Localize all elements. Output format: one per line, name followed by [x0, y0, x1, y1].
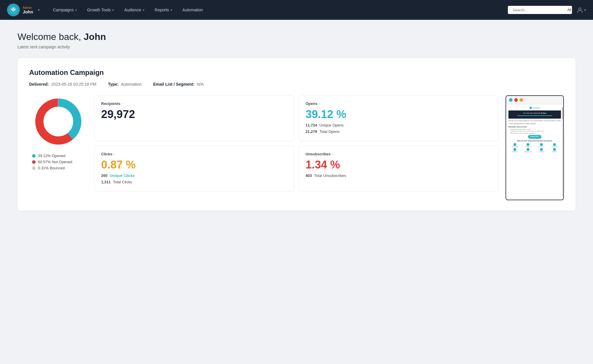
feature-label-2: Automations: [526, 146, 531, 147]
feature-label-8: Integrations: [552, 151, 557, 152]
email-preview-content: moosend Your free trial expires in 15 da…: [506, 104, 563, 200]
feature-custom-reports: Custom Reports: [535, 148, 548, 152]
email-preview: moosend Your free trial expires in 15 da…: [506, 95, 564, 200]
not-opened-label: 60.57% Not Opened: [38, 160, 72, 164]
donut-chart: [32, 95, 85, 148]
email-preview-titlebar: [506, 96, 563, 104]
recipients-value: 29,972: [101, 109, 287, 120]
feature-landing-pages: Landing Pages: [508, 148, 521, 152]
email-logo-area: moosend: [508, 107, 561, 109]
opens-label: Opens: [306, 101, 317, 106]
reports-chevron-icon: ▾: [171, 8, 172, 12]
email-logo-text: moosend: [532, 107, 540, 109]
email-body-text-2: To keep using Moosend you'll need to upg…: [508, 123, 561, 125]
stat-boxes: Recipients › 29,972 Opens › 39.12 % 11,7…: [94, 95, 499, 191]
email-logo: moosend: [529, 107, 540, 109]
campaign-meta: Delivered: 2023-05-18 03:25:18 PM Type: …: [29, 82, 564, 87]
email-bullet-1: • Segmenting your list for better result…: [510, 129, 561, 130]
feature-icon-7: [540, 148, 543, 151]
stat-box-clicks: Clicks › 0.87 % 260 Unique Clicks 1,311 …: [94, 146, 294, 191]
email-section-title: Meanwhile, have you tried:: [508, 126, 561, 128]
feature-label-7: Custom Reports: [538, 151, 545, 152]
campaign-delivered: Delivered: 2023-05-18 03:25:18 PM: [29, 82, 96, 87]
email-features-grid: Email Templates Automations Product Reco…: [508, 143, 561, 152]
nav-item-reports[interactable]: Reports ▾: [150, 5, 177, 15]
clicks-label: Clicks: [101, 152, 112, 156]
opened-dot: [32, 154, 36, 158]
feature-label-3: Product Recom...: [538, 146, 545, 147]
feature-label-1: Email Templates: [512, 146, 518, 147]
svg-point-9: [44, 107, 73, 136]
welcome-greeting: Welcome back,: [17, 31, 81, 42]
email-bullet-3: • A/B testing your content for greater e…: [510, 132, 561, 134]
nav-logo[interactable]: Admin John ▾: [7, 3, 40, 16]
delivered-value: 2023-05-18 03:25:18 PM: [51, 82, 97, 87]
feature-automations: Automations: [522, 143, 535, 147]
nav-admin-label: Admin: [23, 6, 33, 9]
search-input[interactable]: [513, 8, 562, 12]
opens-percentage: 39.12 %: [306, 109, 492, 120]
clicks-chevron-icon: ›: [113, 152, 115, 156]
user-icon: [577, 7, 583, 13]
feature-label-5: Landing Pages: [512, 151, 518, 152]
feature-label-4: Ecommerce AI: [552, 146, 557, 147]
opens-total-value: 21,279: [306, 129, 317, 134]
svg-point-1: [13, 8, 14, 9]
email-cta-button[interactable]: Upgrade Now!: [528, 135, 542, 138]
campaign-email-list: Email List / Segment: N/A: [153, 82, 204, 87]
email-scrollbar[interactable]: [562, 107, 563, 197]
svg-point-4: [579, 8, 581, 10]
clicks-unique-label: Unique Clicks: [110, 173, 135, 178]
campaign-card: Automation Campaign Delivered: 2023-05-1…: [17, 58, 576, 211]
feature-icon-8: [553, 148, 556, 151]
unsubscribes-total-label: Total Unsubscribes: [314, 173, 346, 178]
nav-avatar[interactable]: ▾: [577, 7, 586, 13]
campaign-title: Automation Campaign: [29, 68, 564, 77]
nav-username: John: [23, 9, 33, 14]
feature-icon-3: [540, 143, 543, 146]
nav-growth-tools-label: Growth Tools: [87, 8, 111, 12]
feature-product-recommendations: Product Recom...: [535, 143, 548, 147]
nav-item-automation[interactable]: Automation: [178, 5, 208, 15]
unsubscribes-percentage: 1.34 %: [306, 159, 492, 170]
donut-section: 39.12% Opened 60.57% Not Opened 0.31% Bo…: [29, 95, 87, 170]
unsubscribes-details: 403 Total Unsubscribes: [306, 173, 492, 179]
opens-header[interactable]: Opens ›: [306, 101, 492, 106]
unsubscribes-chevron-icon: ›: [332, 152, 333, 156]
clicks-details: 260 Unique Clicks 1,311 Total Clicks: [101, 173, 287, 185]
clicks-header[interactable]: Clicks ›: [101, 152, 287, 156]
type-label: Type:: [108, 82, 118, 87]
growth-tools-chevron-icon: ▾: [112, 8, 114, 12]
opens-unique-label: Unique Opens: [319, 123, 343, 127]
window-dot-teal: [509, 98, 513, 102]
main-content: Welcome back, John Latest sent campaign …: [0, 20, 593, 222]
email-list-value: N/A: [197, 82, 203, 87]
feature-icon-2: [527, 143, 529, 146]
legend-not-opened: 60.57% Not Opened: [32, 160, 87, 164]
clicks-unique-value: 260: [101, 173, 108, 178]
email-scrollbar-thumb: [562, 107, 563, 119]
email-body-text-1: We hope you are enjoying Moosend. Just a…: [508, 120, 561, 122]
opens-details: 11,724 Unique Opens 21,279 Total Opens: [306, 122, 492, 135]
feature-label-6: Subscription Forms: [524, 151, 532, 152]
nav-item-audience[interactable]: Audience ▾: [120, 5, 149, 15]
nav-search[interactable]: All ▾: [508, 6, 572, 14]
opens-unique-value: 11,724: [306, 123, 317, 127]
email-bullet-2: • Creating an automated email to welcome…: [510, 130, 561, 132]
search-filter-dropdown[interactable]: All ▾: [567, 8, 574, 12]
feature-email-templates: Email Templates: [508, 143, 521, 147]
stat-box-recipients: Recipients › 29,972: [94, 95, 294, 141]
campaigns-chevron-icon: ▾: [75, 8, 77, 12]
nav-items: Campaigns ▾ Growth Tools ▾ Audience ▾ Re…: [48, 5, 508, 15]
svg-point-0: [9, 6, 17, 14]
clicks-percentage: 0.87 %: [101, 159, 287, 170]
nav-item-campaigns[interactable]: Campaigns ▾: [48, 5, 81, 15]
email-list-label: Email List / Segment:: [153, 82, 195, 87]
recipients-header[interactable]: Recipients ›: [101, 101, 287, 106]
unsubscribes-header[interactable]: Unsubscribes ›: [306, 152, 492, 156]
nav-item-growth-tools[interactable]: Growth Tools ▾: [83, 5, 118, 15]
donut-legend: 39.12% Opened 60.57% Not Opened 0.31% Bo…: [29, 154, 87, 170]
unsubscribes-label: Unsubscribes: [306, 152, 331, 156]
email-progress-bar: [517, 115, 552, 116]
legend-opened: 39.12% Opened: [32, 154, 87, 158]
